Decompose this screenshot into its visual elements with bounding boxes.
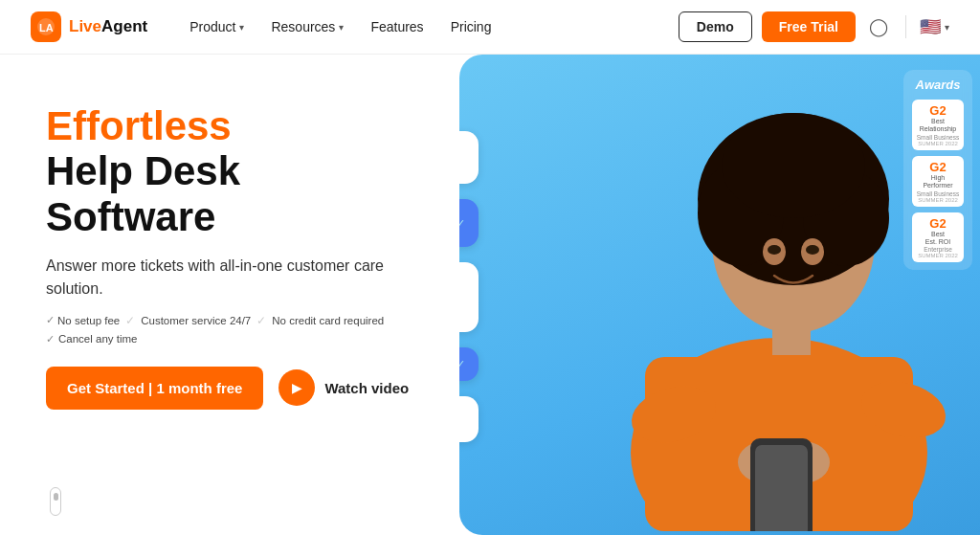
svg-point-12	[806, 245, 819, 255]
nav-features-label: Features	[370, 19, 423, 34]
chevron-down-icon: ▾	[339, 22, 344, 33]
award-category-2: Small Business	[915, 190, 961, 197]
award-season-1: SUMMER 2022	[915, 141, 961, 146]
chat-bubble-1: J Hello, I'm John, how may I help you?	[459, 131, 479, 184]
nav-product[interactable]: Product ▾	[178, 11, 256, 42]
award-badge-2: G2 HighPerformer Small Business SUMMER 2…	[912, 156, 964, 207]
award-badge-1: G2 BestRelationship Small Business SUMME…	[912, 100, 964, 150]
navbar: LA LiveAgent Product ▾ Resources ▾ Featu…	[0, 0, 980, 55]
cta-row: Get Started | 1 month free ▶ Watch video	[46, 367, 421, 410]
badge-support: Customer service 24/7	[141, 314, 251, 327]
demo-button[interactable]: Demo	[679, 11, 752, 42]
svg-rect-13	[772, 317, 811, 355]
play-icon: ▶	[278, 369, 315, 406]
svg-rect-19	[755, 445, 808, 531]
watch-video-button[interactable]: ▶ Watch video	[278, 369, 409, 406]
chat-bubbles: J Hello, I'm John, how may I help you? I…	[459, 131, 479, 442]
logo-icon: LA	[31, 11, 61, 42]
feature-badges: ✓ No setup fee ✓ Customer service 24/7 ✓…	[46, 314, 421, 327]
scroll-dot	[54, 493, 58, 501]
award-badge-3: G2 BestEst. ROI Enterprise SUMMER 2022	[912, 212, 964, 263]
badge-cancel-label: Cancel any time	[58, 333, 137, 345]
separator: ✓	[125, 314, 135, 327]
headline-black: Help Desk Software	[46, 148, 421, 241]
badge-no-setup: ✓ No setup fee	[46, 314, 120, 327]
nav-pricing[interactable]: Pricing	[439, 11, 503, 42]
hero-right: J Hello, I'm John, how may I help you? I…	[459, 55, 980, 535]
badge-no-card: No credit card required	[272, 314, 384, 327]
watch-video-label: Watch video	[324, 380, 409, 396]
g2-logo-1: G2	[915, 103, 961, 118]
award-season-2: SUMMER 2022	[915, 197, 961, 203]
award-label-1: BestRelationship	[915, 118, 961, 134]
check-icon: ✓	[46, 314, 55, 326]
hero-subtext: Answer more tickets with all-in-one cust…	[46, 255, 390, 301]
check-icon: ✓✓	[459, 358, 465, 370]
award-label-3: BestEst. ROI	[915, 231, 961, 247]
chat-bubble-typing: J	[459, 396, 479, 442]
check-icon: ✓	[46, 333, 55, 346]
awards-panel: Awards G2 BestRelationship Small Busines…	[903, 70, 972, 270]
award-category-1: Small Business	[915, 134, 961, 141]
chevron-down-icon: ▾	[945, 22, 949, 33]
main-content: Effortless Help Desk Software Answer mor…	[0, 55, 980, 535]
chat-bubble-4: My order ID is GQ34566 ✓✓	[459, 347, 479, 381]
nav-features[interactable]: Features	[359, 11, 434, 42]
chat-bubble-2: I'd like to check my order status. ✓✓	[459, 199, 479, 247]
headline-orange: Effortless	[46, 104, 421, 148]
chat-text-3: No problem, please provide me with your …	[459, 272, 465, 323]
svg-point-8	[722, 113, 865, 218]
badge-no-setup-label: No setup fee	[57, 315, 120, 326]
chevron-down-icon: ▾	[239, 22, 244, 33]
check-icon: ✓✓	[459, 217, 465, 230]
chat-text-1: Hello, I'm John, how may I help you?	[459, 141, 465, 174]
get-started-button[interactable]: Get Started | 1 month free	[46, 367, 263, 410]
chat-bubble-3: J No problem, please provide me with you…	[459, 262, 479, 332]
award-label-2: HighPerformer	[915, 174, 961, 190]
badge-support-label: Customer service 24/7	[141, 315, 251, 326]
award-category-3: Enterprise	[915, 246, 961, 253]
awards-title: Awards	[916, 78, 961, 92]
flag-icon: 🇺🇸	[920, 16, 941, 37]
g2-logo-2: G2	[915, 160, 961, 174]
separator: ✓	[256, 314, 266, 327]
nav-pricing-label: Pricing	[451, 19, 492, 34]
badge-no-card-label: No credit card required	[272, 315, 384, 326]
free-trial-button[interactable]: Free Trial	[762, 11, 856, 42]
chat-row-2: I'd like to check my order status. ✓✓	[459, 199, 479, 247]
nav-divider	[905, 15, 906, 38]
nav-links: Product ▾ Resources ▾ Features Pricing	[178, 11, 679, 42]
scroll-indicator	[50, 487, 61, 516]
g2-logo-3: G2	[915, 216, 961, 231]
scroll-track	[50, 487, 61, 516]
language-selector[interactable]: 🇺🇸 ▾	[920, 16, 949, 37]
user-icon[interactable]: ◯	[865, 12, 892, 41]
logo-text: LiveAgent	[69, 17, 147, 36]
nav-product-label: Product	[189, 19, 235, 34]
badge-cancel: ✓ Cancel any time	[46, 333, 421, 346]
logo[interactable]: LA LiveAgent	[31, 11, 147, 42]
nav-actions: Demo Free Trial ◯ 🇺🇸 ▾	[679, 11, 949, 42]
hero-left: Effortless Help Desk Software Answer mor…	[0, 55, 459, 535]
nav-resources[interactable]: Resources ▾	[259, 11, 355, 42]
svg-text:LA: LA	[39, 22, 54, 33]
award-season-3: SUMMER 2022	[915, 253, 961, 258]
chat-row-4: My order ID is GQ34566 ✓✓	[459, 347, 479, 381]
nav-resources-label: Resources	[271, 19, 335, 34]
svg-point-11	[768, 245, 781, 255]
